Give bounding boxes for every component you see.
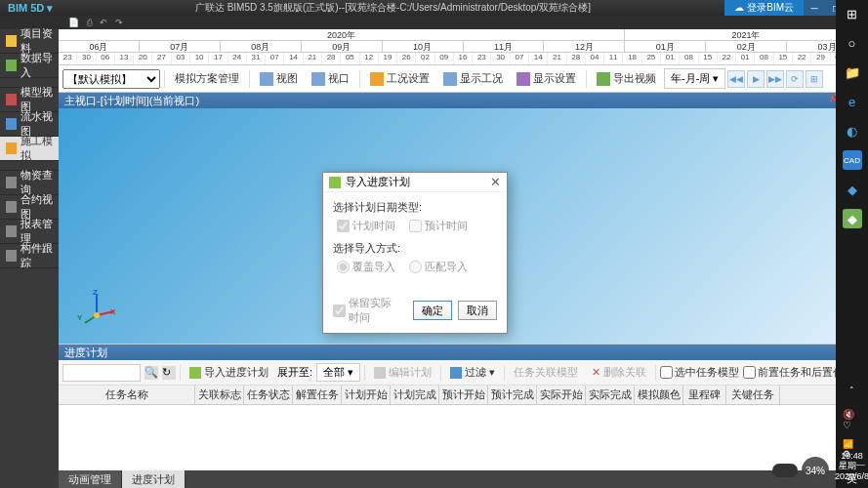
- win-ie-icon[interactable]: e: [843, 92, 862, 111]
- windows-action-center: ⊞ ○ 📁 e ◐ CAD ◆ ◆ ˄ 🔇 ♡ 📶 ⚙ 英 19:48 星期一 …: [836, 0, 868, 488]
- left-navigation: 项目资料 数据导入 模型视图 流水视图 施工模拟 物资查询 合约视图 报表管理 …: [0, 29, 59, 488]
- main-toolbar: 【默认模拟】 模拟方案管理 视图 视口 工况设置 显示工况 显示设置 导出视频 …: [59, 65, 868, 93]
- win-folder-icon[interactable]: 📁: [843, 62, 862, 82]
- qa-icon[interactable]: 📄: [68, 18, 79, 27]
- viewport-title-text: 主视口-[计划时间](当前视口): [64, 94, 199, 108]
- rewind-button[interactable]: ◀◀: [727, 70, 745, 88]
- dialog-close-icon[interactable]: ✕: [490, 175, 501, 189]
- battery-widget[interactable]: 34%: [772, 457, 829, 484]
- tray-volume-icon[interactable]: 🔇 ♡: [843, 410, 862, 429]
- search-icon[interactable]: 🔍: [145, 366, 158, 380]
- tray-up-icon[interactable]: ˄: [843, 381, 862, 400]
- viewport-button[interactable]: 视口: [306, 69, 355, 88]
- work-setting-button[interactable]: 工况设置: [364, 69, 435, 88]
- plan-manage-button[interactable]: 模拟方案管理: [169, 69, 245, 88]
- quick-access-bar: 📄 ⎙ ↶ ↷: [0, 16, 868, 29]
- window-title: 广联达 BIM5D 3.5旗舰版(正式版)--[双苑综合楼-C:/Users/A…: [61, 1, 724, 15]
- chk-keep-actual[interactable]: 保留实际时间: [333, 296, 401, 325]
- cloud-login[interactable]: ☁ 登录BIM云: [724, 0, 804, 16]
- ok-button[interactable]: 确定: [413, 301, 452, 320]
- tab-animation[interactable]: 动画管理: [59, 470, 122, 488]
- forward-button[interactable]: ▶▶: [766, 70, 784, 88]
- progress-toolbar: 🔍 ↻ 导入进度计划 展开至: 全部 ▾ 编辑计划 过滤▾ 任务关联模型 ✕删除…: [59, 360, 868, 386]
- import-plan-button[interactable]: 导入进度计划: [185, 363, 273, 382]
- assoc-model-button[interactable]: 任务关联模型: [509, 363, 583, 382]
- win-app1-icon[interactable]: CAD: [843, 150, 862, 170]
- win-search-icon[interactable]: ○: [843, 33, 862, 53]
- qa-icon[interactable]: ⎙: [87, 18, 92, 27]
- tab-progress[interactable]: 进度计划: [122, 470, 186, 488]
- edit-plan-button[interactable]: 编辑计划: [369, 363, 436, 382]
- opt-overwrite[interactable]: 覆盖导入: [337, 260, 395, 274]
- loop-button[interactable]: ⟳: [786, 70, 804, 88]
- filter-button[interactable]: 过滤▾: [445, 363, 500, 382]
- mode-select[interactable]: 【默认模拟】: [62, 69, 160, 89]
- cancel-button[interactable]: 取消: [458, 301, 497, 320]
- show-work-button[interactable]: 显示工况: [437, 69, 509, 88]
- nav-construction-sim[interactable]: 施工模拟: [0, 137, 59, 161]
- timeline[interactable]: 2020年2021年 06月07月08月09月10月11月12月01月02月03…: [59, 29, 868, 65]
- viewport-titlebar: 主视口-[计划时间](当前视口) 📌 □ ✕: [59, 93, 868, 108]
- progress-panel-title: 进度计划 📌 □ ✕: [59, 345, 868, 360]
- refresh-icon[interactable]: ↻: [162, 366, 176, 380]
- dialog-title-text: 导入进度计划: [346, 175, 410, 189]
- search-input[interactable]: [62, 364, 141, 382]
- progress-grid-header: 任务名称关联标志任务状态解置任务计划开始计划完成预计开始预计完成实际开始实际完成…: [59, 386, 868, 405]
- qa-icon[interactable]: ↷: [115, 18, 123, 27]
- bottom-tabs: 动画管理 进度计划: [59, 470, 868, 488]
- import-mode-label: 选择导入方式:: [333, 241, 497, 256]
- show-setting-button[interactable]: 显示设置: [511, 69, 582, 88]
- opt-forecast-time[interactable]: 预计时间: [409, 219, 468, 233]
- win-app2-icon[interactable]: ◆: [843, 180, 862, 199]
- app-logo[interactable]: BIM 5D ▾: [0, 2, 61, 15]
- nav-data-import[interactable]: 数据导入: [0, 54, 59, 78]
- axis-gizmo: ZXY: [83, 290, 122, 329]
- system-clock[interactable]: 19:48 星期一 2020/6/8: [835, 451, 868, 482]
- expand-select[interactable]: 全部 ▾: [316, 363, 360, 382]
- date-type-label: 选择计划日期类型:: [333, 200, 497, 215]
- qa-icon[interactable]: ↶: [100, 18, 107, 27]
- dialog-titlebar: 导入进度计划 ✕: [323, 173, 507, 192]
- progress-grid-body[interactable]: [59, 405, 868, 470]
- win-app3-icon[interactable]: ◆: [843, 209, 862, 228]
- view-button[interactable]: 视图: [254, 69, 304, 88]
- opt-match[interactable]: 匹配导入: [409, 260, 468, 274]
- import-plan-dialog: 导入进度计划 ✕ 选择计划日期类型: 计划时间 预计时间 选择导入方式: 覆盖导…: [322, 172, 508, 334]
- opt-plan-time[interactable]: 计划时间: [337, 219, 395, 233]
- win-start-icon[interactable]: ⊞: [843, 4, 862, 23]
- svg-point-3: [94, 312, 100, 318]
- minimize-button[interactable]: ─: [804, 0, 825, 16]
- export-video-button[interactable]: 导出视频: [591, 69, 662, 88]
- remove-assoc-button[interactable]: ✕删除关联: [587, 363, 651, 382]
- time-unit-select[interactable]: 年-月-周 ▾: [664, 68, 725, 89]
- play-button[interactable]: ▶: [747, 70, 765, 88]
- chk-selected-model[interactable]: 选中任务模型: [660, 365, 739, 380]
- nav-component-track[interactable]: 构件跟踪: [0, 244, 59, 268]
- extra-button[interactable]: ⊞: [806, 70, 823, 88]
- titlebar: BIM 5D ▾ 广联达 BIM5D 3.5旗舰版(正式版)--[双苑综合楼-C…: [0, 0, 868, 16]
- dialog-icon: [329, 177, 341, 188]
- progress-panel: 进度计划 📌 □ ✕ 🔍 ↻ 导入进度计划 展开至: 全部 ▾ 编辑计划 过滤▾: [59, 344, 868, 470]
- expand-label: 展开至:: [277, 365, 312, 380]
- win-edge-icon[interactable]: ◐: [843, 121, 862, 141]
